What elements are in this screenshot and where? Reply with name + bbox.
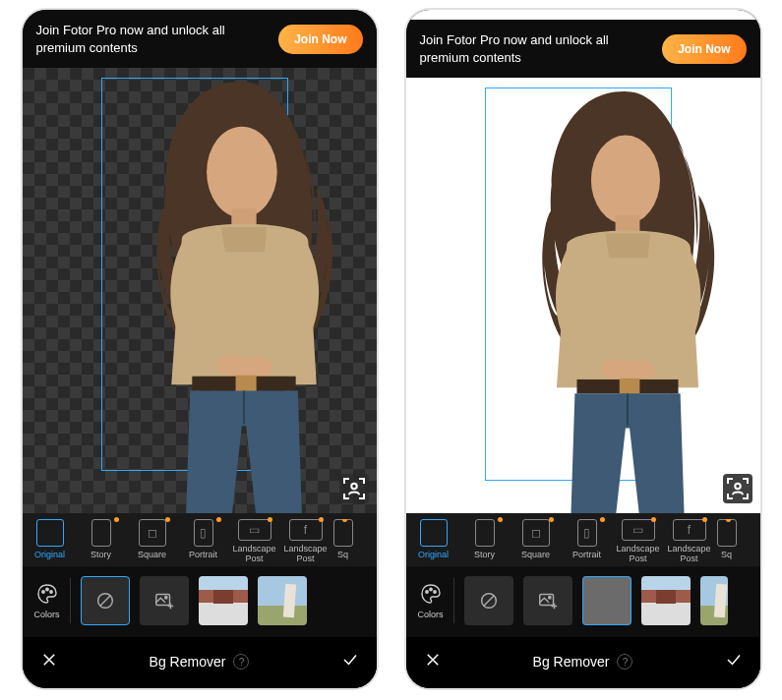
svg-point-23: [433, 591, 435, 593]
svg-point-27: [548, 597, 550, 599]
svg-rect-5: [235, 376, 256, 392]
auto-crop-icon[interactable]: [339, 474, 369, 503]
ratio-story[interactable]: Story: [461, 519, 509, 564]
ratio-story-icon: [91, 519, 111, 547]
auto-crop-icon[interactable]: [723, 474, 752, 503]
ratio-landscape-post-2[interactable]: f Landscape Post: [282, 519, 330, 564]
ratio-overflow[interactable]: Sq: [333, 519, 353, 564]
editor-canvas[interactable]: [23, 68, 377, 513]
ratio-portrait-icon: ▯: [194, 519, 213, 547]
pro-badge-icon: [498, 517, 503, 522]
ratio-facebook-icon: f: [289, 519, 323, 541]
pro-badge-icon: [216, 517, 221, 522]
ratio-overflow[interactable]: Sq: [717, 519, 737, 564]
no-background-icon: [94, 590, 116, 612]
pro-badge-icon: [651, 517, 656, 522]
ratio-square-icon: ◻: [522, 519, 550, 547]
divider: [453, 578, 454, 623]
bg-option-solid-gray[interactable]: [582, 576, 632, 625]
ratio-landscape-post-1[interactable]: ▭ Landscape Post: [615, 519, 662, 564]
background-options-row: Colors: [406, 566, 760, 637]
svg-point-13: [164, 597, 166, 599]
check-icon: [341, 651, 359, 669]
ratio-portrait[interactable]: ▯ Portrait: [564, 519, 611, 564]
tool-title: Bg Remover: [533, 654, 610, 670]
ratio-landscape-post-1[interactable]: ▭ Landscape Post: [231, 519, 278, 564]
colors-label: Colors: [418, 610, 444, 619]
pro-badge-icon: [702, 517, 707, 522]
bg-option-temple[interactable]: [199, 576, 248, 625]
ratio-square-icon: ◻: [139, 519, 166, 547]
ratio-original[interactable]: Original: [27, 519, 74, 564]
promo-banner: Join Fotor Pro now and unlock all premiu…: [23, 10, 377, 68]
subject-cutout-image: [67, 74, 377, 513]
colors-label: Colors: [34, 610, 60, 619]
ratio-story-icon: [475, 519, 495, 547]
palette-icon: [35, 582, 59, 606]
editor-canvas[interactable]: [406, 78, 760, 513]
tool-title: Bg Remover: [150, 654, 226, 670]
pro-badge-icon: [549, 517, 554, 522]
image-add-icon: [537, 590, 559, 612]
ratio-square[interactable]: ◻ Square: [512, 519, 560, 564]
promo-text: Join Fotor Pro now and unlock all premiu…: [36, 22, 279, 56]
svg-point-22: [429, 588, 431, 590]
phone-screen-right: Join Fotor Pro now and unlock all premiu…: [406, 10, 760, 688]
confirm-button[interactable]: [341, 651, 359, 672]
ratio-story[interactable]: Story: [78, 519, 125, 564]
svg-point-17: [623, 360, 655, 380]
svg-line-25: [483, 596, 494, 607]
bottom-bar: Bg Remover ?: [23, 637, 377, 688]
aspect-ratio-row: Original Story ◻ Square ▯ Portrait ▭ Lan…: [23, 513, 377, 566]
ratio-square[interactable]: ◻ Square: [129, 519, 176, 564]
confirm-button[interactable]: [725, 651, 743, 672]
cancel-button[interactable]: [40, 651, 58, 672]
bg-option-image-upload[interactable]: [523, 576, 572, 625]
ratio-landscape-post-2[interactable]: f Landscape Post: [666, 519, 713, 564]
subject-cutout-image: [451, 84, 760, 513]
cancel-button[interactable]: [424, 651, 442, 672]
pro-badge-icon: [319, 517, 324, 522]
palette-icon: [419, 582, 443, 606]
svg-point-3: [239, 357, 272, 378]
pro-badge-icon: [114, 517, 119, 522]
tool-title-wrap: Bg Remover ?: [150, 654, 250, 670]
ratio-original[interactable]: Original: [410, 519, 457, 564]
svg-point-20: [735, 484, 741, 490]
bg-option-temple[interactable]: [641, 576, 691, 625]
svg-point-6: [351, 484, 357, 490]
bg-option-pisa[interactable]: [700, 576, 728, 625]
svg-point-8: [45, 588, 47, 590]
aspect-ratio-row: Original Story ◻ Square ▯ Portrait ▭ Lan…: [406, 513, 760, 566]
join-now-button[interactable]: Join Now: [278, 25, 362, 54]
ratio-overflow-icon: [333, 519, 353, 547]
no-background-icon: [478, 590, 500, 612]
svg-point-0: [207, 127, 277, 218]
bg-option-none[interactable]: [464, 576, 513, 625]
bg-option-image-upload[interactable]: [140, 576, 189, 625]
background-options-row: Colors: [23, 566, 377, 637]
image-add-icon: [153, 590, 175, 612]
bg-option-none[interactable]: [81, 576, 130, 625]
ratio-overflow-icon: [717, 519, 737, 547]
divider: [70, 578, 71, 623]
status-bar-spacer: [406, 10, 760, 20]
help-button[interactable]: ?: [233, 654, 249, 670]
promo-text: Join Fotor Pro now and unlock all premiu…: [420, 31, 663, 66]
svg-point-7: [41, 591, 43, 593]
bg-option-pisa[interactable]: [258, 576, 307, 625]
colors-button[interactable]: Colors: [34, 582, 60, 619]
promo-banner: Join Fotor Pro now and unlock all premiu…: [406, 20, 760, 78]
colors-button[interactable]: Colors: [418, 582, 444, 619]
ratio-portrait[interactable]: ▯ Portrait: [180, 519, 227, 564]
ratio-landscape-icon: ▭: [622, 519, 655, 541]
tool-title-wrap: Bg Remover ?: [533, 654, 633, 670]
close-icon: [40, 651, 58, 669]
close-icon: [424, 651, 442, 669]
help-button[interactable]: ?: [617, 654, 632, 670]
bottom-bar: Bg Remover ?: [406, 637, 760, 688]
join-now-button[interactable]: Join Now: [662, 34, 746, 64]
ratio-original-icon: [420, 519, 448, 547]
svg-point-21: [425, 591, 427, 593]
pro-badge-icon: [268, 517, 272, 522]
